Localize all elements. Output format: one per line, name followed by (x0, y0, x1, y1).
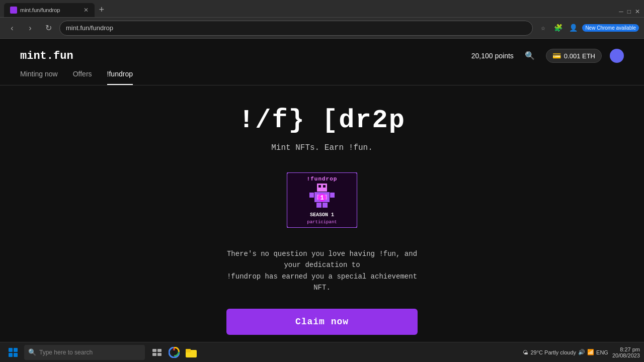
forward-button[interactable]: › (23, 21, 37, 35)
chrome-taskbar-icon[interactable] (166, 344, 182, 360)
fileexplorer-taskbar-icon[interactable] (183, 344, 199, 360)
svg-rect-7 (309, 193, 314, 198)
browser-window-controls: ─ □ ✕ (619, 8, 640, 17)
claim-now-button[interactable]: Claim now (226, 309, 418, 335)
tab-title: mint.fun/fundrop (20, 7, 80, 13)
address-text: mint.fun/fundrop (66, 24, 113, 32)
nft-badge-svg: !fundrop (287, 172, 357, 228)
wallet-icon: 💳 (552, 52, 561, 60)
wallet-button[interactable]: 💳 0.001 ETH (546, 49, 602, 63)
site-content: mint.fun 20,100 points 🔍 💳 0.001 ETH Min… (0, 39, 644, 342)
taskview-button[interactable] (149, 344, 165, 360)
taskbar-search-icon: 🔍 (28, 348, 36, 356)
svg-rect-10 (323, 203, 328, 208)
taskbar-search-box[interactable]: 🔍 Type here to search (24, 345, 145, 360)
start-button[interactable] (4, 343, 22, 361)
svg-rect-22 (186, 349, 191, 352)
profile-icon[interactable]: 👤 (567, 22, 579, 34)
svg-point-20 (172, 350, 176, 354)
svg-text:!fundrop: !fundrop (307, 176, 338, 182)
bookmark-icon[interactable]: ☆ (537, 22, 549, 34)
browser-tabs-bar: mint.fun/fundrop ✕ + ─ □ ✕ (0, 0, 644, 18)
description-text: There's no question you love having !fun… (216, 248, 428, 294)
new-tab-button[interactable]: + (95, 3, 109, 17)
hero-subtitle: Mint NFTs. Earn !fun. (271, 143, 373, 152)
extensions-icon[interactable]: 🧩 (552, 22, 564, 34)
taskbar-date-display: 20/08/2023 (612, 352, 640, 358)
weather-text: 29°C Partly cloudy (530, 349, 576, 355)
svg-rect-17 (152, 353, 156, 356)
tab-fundrop[interactable]: !fundrop (107, 70, 133, 85)
nft-badge-container: !fundrop (287, 172, 357, 230)
tab-close-button[interactable]: ✕ (84, 7, 89, 14)
wallet-balance: 0.001 ETH (564, 52, 595, 60)
avatar[interactable] (610, 49, 624, 63)
tab-minting-now[interactable]: Minting now (20, 70, 58, 85)
taskbar-search-text: Type here to search (39, 349, 93, 356)
taskbar-time-display: 8:27 pm (612, 346, 640, 352)
svg-rect-4 (323, 185, 326, 188)
svg-text:SEASON 1: SEASON 1 (310, 212, 334, 218)
svg-rect-18 (157, 353, 162, 356)
tab-offers[interactable]: Offers (73, 70, 92, 85)
language-indicator: ENG (596, 349, 608, 355)
taskbar-clock: 8:27 pm 20/08/2023 (612, 346, 640, 358)
taskbar-apps (149, 344, 199, 360)
nav-right: 20,100 points 🔍 💳 0.001 ETH (471, 48, 624, 64)
search-icon[interactable]: 🔍 (522, 48, 538, 64)
hero-title: !/f} [dr2p (238, 106, 406, 135)
address-bar[interactable]: mint.fun/fundrop (59, 21, 533, 36)
windows-logo-icon (9, 348, 18, 357)
nav-tabs: Minting now Offers !fundrop (0, 64, 644, 85)
network-icon[interactable]: 📶 (587, 349, 594, 355)
system-tray-icons: 🌤 29°C Partly cloudy 🔊 📶 ENG (523, 349, 608, 355)
points-display: 20,100 points (471, 52, 514, 60)
taskbar: 🔍 Type here to search 🌤 29°C Partly clou… (0, 342, 644, 362)
svg-text:participant: participant (307, 220, 337, 225)
svg-rect-8 (330, 193, 335, 198)
toolbar-icons: ☆ 🧩 👤 New Chrome available (537, 22, 639, 34)
svg-rect-9 (316, 203, 321, 208)
close-button[interactable]: ✕ (635, 8, 640, 15)
back-button[interactable]: ‹ (5, 21, 19, 35)
svg-text:1: 1 (320, 195, 324, 202)
active-tab[interactable]: mint.fun/fundrop ✕ (4, 3, 95, 17)
volume-icon[interactable]: 🔊 (578, 349, 585, 355)
browser-toolbar: ‹ › ↻ mint.fun/fundrop ☆ 🧩 👤 New Chrome … (0, 18, 644, 39)
weather-icon: 🌤 (523, 349, 528, 355)
site-logo[interactable]: mint.fun (20, 50, 73, 62)
maximize-button[interactable]: □ (627, 8, 631, 15)
svg-rect-3 (318, 185, 321, 188)
description-line2: !fundrop has earned you a special achiev… (227, 273, 417, 292)
refresh-button[interactable]: ↻ (41, 21, 55, 35)
new-chrome-badge[interactable]: New Chrome available (582, 24, 639, 32)
tab-favicon (10, 7, 17, 14)
svg-rect-16 (157, 349, 162, 352)
taskbar-right: 🌤 29°C Partly cloudy 🔊 📶 ENG 8:27 pm 20/… (523, 346, 640, 358)
main-content: !/f} [dr2p Mint NFTs. Earn !fun. !fundro… (0, 85, 644, 342)
minimize-button[interactable]: ─ (619, 8, 623, 15)
svg-rect-15 (152, 349, 156, 352)
description-line1: There's no question you love having !fun… (227, 250, 417, 269)
site-nav: mint.fun 20,100 points 🔍 💳 0.001 ETH (0, 39, 644, 64)
